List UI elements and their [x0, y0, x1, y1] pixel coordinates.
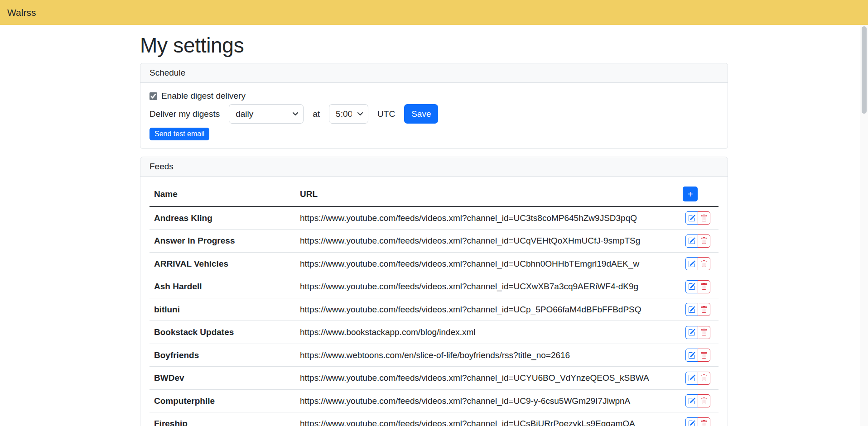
feed-url: https://www.youtube.com/feeds/videos.xml…	[295, 206, 678, 230]
timezone-label: UTC	[377, 109, 395, 119]
feeds-card-header: Feeds	[140, 157, 728, 177]
feed-name: Fireship	[149, 412, 295, 426]
navbar: Walrss	[0, 0, 868, 25]
pencil-square-icon	[688, 283, 695, 290]
column-header-actions: +	[678, 182, 719, 206]
feed-name: ARRIVAL Vehicles	[149, 252, 295, 275]
delete-feed-button[interactable]	[698, 372, 710, 385]
save-button[interactable]: Save	[404, 104, 438, 124]
send-test-email-button[interactable]: Send test email	[149, 128, 209, 140]
feed-url: https://www.youtube.com/feeds/videos.xml…	[295, 367, 678, 389]
edit-feed-button[interactable]	[685, 257, 698, 270]
feed-row: Fireship https://www.youtube.com/feeds/v…	[149, 412, 719, 426]
feeds-card-body: Name URL + Andreas Kling https://www.you…	[140, 177, 728, 426]
feed-url: https://www.youtube.com/feeds/videos.xml…	[295, 230, 678, 252]
feed-url: https://www.youtube.com/feeds/videos.xml…	[295, 412, 678, 426]
feeds-table-body: Andreas Kling https://www.youtube.com/fe…	[149, 206, 719, 426]
pencil-square-icon	[688, 397, 695, 405]
feed-name: Computerphile	[149, 389, 295, 412]
feed-row: Bookstack Updates https://www.bookstacka…	[149, 321, 719, 344]
feed-row: bitluni https://www.youtube.com/feeds/vi…	[149, 298, 719, 321]
main-content: My settings Schedule Enable digest deliv…	[140, 33, 728, 426]
delete-feed-button[interactable]	[698, 303, 710, 316]
delete-feed-button[interactable]	[698, 235, 710, 248]
feed-name: Ash Hardell	[149, 275, 295, 298]
pencil-square-icon	[688, 260, 695, 268]
trash-icon	[700, 374, 708, 382]
feed-actions	[678, 206, 719, 230]
feed-action-group	[685, 303, 710, 316]
delete-feed-button[interactable]	[698, 257, 710, 270]
edit-feed-button[interactable]	[685, 394, 698, 407]
feed-row: Answer In Progress https://www.youtube.c…	[149, 230, 719, 252]
trash-icon	[700, 306, 708, 313]
pencil-square-icon	[688, 306, 695, 313]
feed-action-group	[685, 349, 710, 362]
edit-feed-button[interactable]	[685, 417, 698, 426]
trash-icon	[700, 329, 708, 336]
edit-feed-button[interactable]	[685, 372, 698, 385]
feed-actions	[678, 412, 719, 426]
feed-name: Bookstack Updates	[149, 321, 295, 344]
page-title: My settings	[140, 33, 728, 57]
feed-row: Andreas Kling https://www.youtube.com/fe…	[149, 206, 719, 230]
pencil-square-icon	[688, 374, 695, 382]
delete-feed-button[interactable]	[698, 417, 710, 426]
feed-action-group	[685, 394, 710, 407]
trash-icon	[700, 420, 708, 426]
feed-url: https://www.youtube.com/feeds/videos.xml…	[295, 298, 678, 321]
at-label: at	[313, 109, 320, 119]
brand-link[interactable]: Walrss	[7, 7, 36, 18]
enable-digest-label: Enable digest delivery	[161, 91, 246, 101]
feed-row: ARRIVAL Vehicles https://www.youtube.com…	[149, 252, 719, 275]
feed-action-group	[685, 372, 710, 385]
trash-icon	[700, 237, 708, 244]
pencil-square-icon	[688, 420, 695, 426]
trash-icon	[700, 283, 708, 290]
delete-feed-button[interactable]	[698, 211, 710, 225]
feed-actions	[678, 252, 719, 275]
feed-actions	[678, 389, 719, 412]
edit-feed-button[interactable]	[685, 280, 698, 293]
feed-row: Computerphile https://www.youtube.com/fe…	[149, 389, 719, 412]
scrollbar-track[interactable]	[860, 25, 868, 426]
feed-url: https://www.youtube.com/feeds/videos.xml…	[295, 252, 678, 275]
feed-actions	[678, 298, 719, 321]
feed-name: BWDev	[149, 367, 295, 389]
edit-feed-button[interactable]	[685, 211, 698, 225]
edit-feed-button[interactable]	[685, 235, 698, 248]
delete-feed-button[interactable]	[698, 326, 710, 339]
delete-feed-button[interactable]	[698, 349, 710, 362]
time-select-wrap: 5:00	[329, 104, 368, 124]
feed-action-group	[685, 235, 710, 248]
delete-feed-button[interactable]	[698, 280, 710, 293]
feed-url: https://www.youtube.com/feeds/videos.xml…	[295, 275, 678, 298]
feed-action-group	[685, 280, 710, 293]
pencil-square-icon	[688, 237, 695, 244]
column-header-name: Name	[149, 182, 295, 206]
delete-feed-button[interactable]	[698, 394, 710, 407]
schedule-card-body: Enable digest delivery Deliver my digest…	[140, 83, 728, 148]
trash-icon	[700, 260, 708, 268]
feed-action-group	[685, 417, 710, 426]
trash-icon	[700, 397, 708, 405]
schedule-card-header: Schedule	[140, 63, 728, 83]
pencil-square-icon	[688, 329, 695, 336]
edit-feed-button[interactable]	[685, 349, 698, 362]
digest-schedule-row: Deliver my digests daily at 5:00 UTC Sav…	[149, 104, 719, 124]
feed-name: bitluni	[149, 298, 295, 321]
time-select[interactable]: 5:00	[329, 104, 368, 124]
add-feed-button[interactable]: +	[683, 187, 698, 201]
feed-actions	[678, 230, 719, 252]
scrollbar-thumb[interactable]	[862, 26, 867, 114]
feed-url: https://www.webtoons.com/en/slice-of-lif…	[295, 344, 678, 366]
enable-digest-row: Enable digest delivery	[149, 91, 719, 101]
edit-feed-button[interactable]	[685, 303, 698, 316]
feed-name: Andreas Kling	[149, 206, 295, 230]
feed-actions	[678, 275, 719, 298]
frequency-select[interactable]: daily	[229, 104, 304, 124]
feed-actions	[678, 344, 719, 366]
enable-digest-checkbox[interactable]	[149, 92, 157, 100]
edit-feed-button[interactable]	[685, 326, 698, 339]
feed-name: Answer In Progress	[149, 230, 295, 252]
